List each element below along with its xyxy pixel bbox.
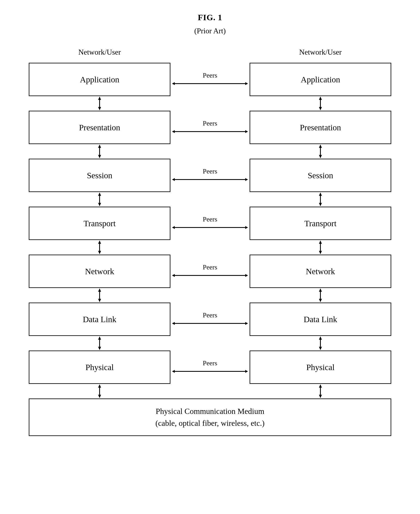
vertical-arrow-row [12,288,408,303]
svg-rect-58 [99,387,100,395]
svg-rect-19 [174,179,246,180]
vertical-bidirectional-arrow-right [250,144,391,159]
horizontal-bidirectional-arrow [170,224,250,231]
svg-marker-41 [98,299,101,302]
vertical-bidirectional-arrow-right [250,288,391,303]
layer-box-right-1: Presentation [250,111,391,144]
layer-box-left-2: Session [29,159,170,192]
physical-communication-medium-box: Physical Communication Medium(cable, opt… [29,399,391,436]
vertical-arrow-row [12,336,408,351]
peers-label: Peers [203,359,217,367]
physical-medium-line2: (cable, optical fiber, wireless, etc.) [155,417,265,429]
vertical-bidirectional-arrow-right [250,240,391,255]
layer-box-right-2: Session [250,159,391,192]
svg-marker-11 [245,130,248,133]
vertical-arrow-row [12,144,408,159]
layer-box-left-3: Transport [29,207,170,240]
horizontal-bidirectional-arrow [170,176,250,184]
peers-label: Peers [203,263,217,271]
layer-box-right-5: Data Link [250,303,391,336]
peers-label: Peers [203,311,217,319]
vertical-arrow-bottom-left [29,384,170,399]
peers-arrow-section: Peers [170,71,250,88]
prior-art-label: (Prior Art) [194,26,226,35]
vertical-bidirectional-arrow-right [250,192,391,207]
vertical-arrow-row [12,96,408,111]
svg-marker-20 [245,178,248,181]
vertical-bidirectional-arrow-left [29,288,170,303]
vertical-arrow-row [12,240,408,255]
svg-rect-52 [320,339,321,347]
peers-arrow-section: Peers [170,215,250,231]
layer-row: PresentationPeers Presentation [12,111,408,144]
layer-box-left-6: Physical [29,351,170,384]
svg-rect-34 [320,243,321,252]
diagram: Network/User Network/User ApplicationPee… [12,48,408,436]
col-label-left: Network/User [29,48,170,56]
svg-rect-4 [99,99,100,107]
peers-arrow-section: Peers [170,359,250,375]
svg-marker-56 [245,370,248,373]
svg-marker-14 [98,155,101,158]
svg-marker-35 [319,251,322,254]
svg-rect-43 [320,291,321,299]
layer-row: NetworkPeers Network [12,255,408,288]
layer-row: SessionPeers Session [12,159,408,192]
svg-marker-32 [98,251,101,254]
vertical-bidirectional-arrow-left [29,144,170,159]
svg-marker-50 [98,347,101,350]
svg-marker-26 [319,203,322,206]
svg-marker-8 [319,107,322,110]
physical-medium-line1: Physical Communication Medium [156,405,264,417]
layer-row: PhysicalPeers Physical [12,351,408,384]
layer-box-right-0: Application [250,63,391,96]
svg-marker-47 [245,322,248,325]
vertical-bidirectional-arrow-right [250,336,391,351]
layer-row: TransportPeers Transport [12,207,408,240]
svg-rect-31 [99,243,100,252]
svg-marker-44 [319,299,322,302]
svg-rect-10 [174,131,246,132]
svg-rect-61 [320,387,321,395]
vertical-bidirectional-arrow-left [29,336,170,351]
svg-rect-13 [99,147,100,155]
layer-row: Data LinkPeers Data Link [12,303,408,336]
svg-marker-38 [245,274,248,277]
svg-rect-16 [320,147,321,155]
svg-rect-46 [174,323,246,324]
layer-box-left-4: Network [29,255,170,288]
horizontal-bidirectional-arrow [170,368,250,375]
vertical-arrow-row [12,192,408,207]
bottom-vertical-arrows [29,384,391,399]
layer-box-left-1: Presentation [29,111,170,144]
vertical-bidirectional-arrow-left [29,192,170,207]
svg-rect-49 [99,339,100,347]
svg-marker-2 [245,82,248,85]
layer-box-right-6: Physical [250,351,391,384]
peers-arrow-section: Peers [170,263,250,279]
svg-marker-59 [98,395,101,398]
vertical-bidirectional-arrow-left [29,240,170,255]
peers-arrow-section: Peers [170,168,250,184]
layer-box-left-0: Application [29,63,170,96]
svg-rect-55 [174,371,246,372]
layer-box-right-3: Transport [250,207,391,240]
layer-row: ApplicationPeers Application [12,63,408,96]
horizontal-bidirectional-arrow [170,320,250,327]
peers-label: Peers [203,71,217,79]
svg-marker-17 [319,155,322,158]
layer-box-right-4: Network [250,255,391,288]
svg-marker-62 [319,395,322,398]
svg-rect-1 [174,83,246,84]
svg-rect-25 [320,195,321,204]
horizontal-bidirectional-arrow [170,272,250,279]
col-label-right: Network/User [250,48,391,56]
svg-rect-7 [320,99,321,107]
svg-marker-5 [98,107,101,110]
vertical-arrow-bottom-right [250,384,391,399]
vertical-bidirectional-arrow-right [250,96,391,111]
peers-arrow-section: Peers [170,311,250,327]
svg-marker-23 [98,203,101,206]
svg-rect-40 [99,291,100,299]
svg-rect-28 [174,227,246,228]
